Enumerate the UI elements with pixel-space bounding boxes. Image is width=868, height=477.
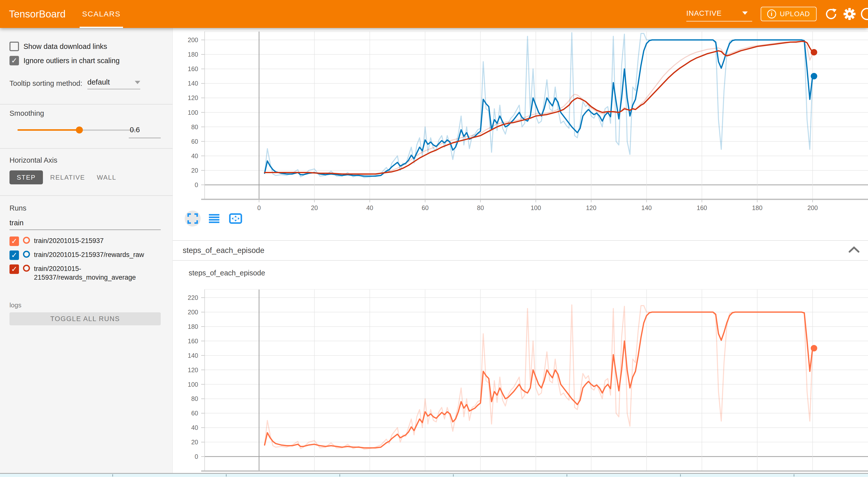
status-dropdown-underline xyxy=(686,21,752,22)
run-row-rewards-raw[interactable]: ✓ train/20201015-215937/rewards_raw xyxy=(9,251,144,260)
horizontal-axis-label: Horizontal Axis xyxy=(9,156,57,164)
svg-text:180: 180 xyxy=(752,204,763,211)
svg-text:180: 180 xyxy=(188,51,198,58)
help-icon[interactable] xyxy=(860,7,868,21)
smoothing-slider-thumb[interactable] xyxy=(76,126,83,133)
smoothing-value-underline xyxy=(129,138,161,138)
upload-button-label: UPLOAD xyxy=(780,10,810,18)
app-header: TensorBoard SCALARS INACTIVE i UPLOAD xyxy=(0,0,868,28)
run-radio-train[interactable] xyxy=(23,237,30,244)
strip-tick xyxy=(339,474,340,477)
checkmark-icon: ✓ xyxy=(9,56,19,65)
status-dropdown[interactable]: INACTIVE xyxy=(686,6,752,22)
svg-text:140: 140 xyxy=(188,80,198,87)
svg-text:20: 20 xyxy=(191,167,198,174)
settings-sidebar: Show data download links ✓ Ignore outlie… xyxy=(0,28,173,473)
svg-text:80: 80 xyxy=(477,204,484,211)
smoothing-label: Smoothing xyxy=(9,109,44,118)
upload-button[interactable]: i UPLOAD xyxy=(761,7,816,21)
svg-text:140: 140 xyxy=(641,204,652,211)
runs-heading: Runs xyxy=(9,204,27,212)
strip-tick xyxy=(226,474,227,477)
svg-text:200: 200 xyxy=(188,309,198,316)
rewards-chart[interactable]: 0204060801001201401601802000204060801001… xyxy=(173,28,868,214)
run-label-train: train/20201015-215937 xyxy=(34,236,103,245)
svg-text:60: 60 xyxy=(191,410,198,417)
runs-footer-label: logs xyxy=(9,301,22,309)
tab-scalars[interactable]: SCALARS xyxy=(80,0,123,28)
svg-text:120: 120 xyxy=(188,367,198,374)
divider xyxy=(0,104,173,104)
run-selector-icon[interactable] xyxy=(206,211,222,226)
ignore-outliers-checkbox[interactable]: ✓ xyxy=(9,56,19,65)
strip-tick xyxy=(453,474,454,477)
gear-icon[interactable] xyxy=(842,7,857,21)
svg-text:160: 160 xyxy=(188,65,198,72)
svg-text:40: 40 xyxy=(191,152,198,159)
svg-text:40: 40 xyxy=(366,204,373,211)
run-label-rewards-raw: train/20201015-215937/rewards_raw xyxy=(34,251,144,259)
ignore-outliers-label: Ignore outliers in chart scaling xyxy=(24,57,120,65)
svg-text:0: 0 xyxy=(257,204,261,211)
steps-chart[interactable]: 020406080100120140160180200220 xyxy=(173,281,868,473)
tooltip-sort-dropdown[interactable]: default xyxy=(87,78,140,86)
app-title: TensorBoard xyxy=(9,0,66,28)
axis-button-relative[interactable]: RELATIVE xyxy=(49,170,86,184)
run-row-train[interactable]: ✓ train/20201015-215937 xyxy=(9,236,103,246)
svg-text:0: 0 xyxy=(195,453,198,460)
strip-tick xyxy=(794,474,795,477)
run-radio-rewards-raw[interactable] xyxy=(23,251,30,258)
svg-text:220: 220 xyxy=(188,294,198,301)
svg-text:160: 160 xyxy=(697,204,707,211)
divider xyxy=(0,148,173,149)
checkmark-icon: ✓ xyxy=(9,236,19,246)
show-download-links-row[interactable]: Show data download links xyxy=(9,42,107,51)
run-radio-rewards-moving-average[interactable] xyxy=(23,265,30,272)
checkmark-icon: ✓ xyxy=(9,264,19,274)
svg-text:100: 100 xyxy=(531,204,541,211)
axis-button-step[interactable]: STEP xyxy=(9,170,43,184)
svg-text:100: 100 xyxy=(188,381,198,388)
checkmark-icon: ✓ xyxy=(9,251,19,260)
smoothing-slider-fill xyxy=(18,129,80,131)
axis-button-wall[interactable]: WALL xyxy=(93,170,120,184)
refresh-icon[interactable] xyxy=(824,7,838,21)
run-label-rewards-moving-average: train/20201015-215937/rewards_moving_ave… xyxy=(34,264,161,282)
run-checkbox-train[interactable]: ✓ xyxy=(9,236,19,246)
chevron-up-icon[interactable] xyxy=(848,246,860,254)
svg-text:140: 140 xyxy=(188,352,198,359)
run-checkbox-rewards-raw[interactable]: ✓ xyxy=(9,251,19,260)
tensorboard-app: TensorBoard SCALARS INACTIVE i UPLOAD xyxy=(0,0,868,477)
section-title: steps_of_each_episode xyxy=(183,241,264,260)
svg-text:200: 200 xyxy=(807,204,818,211)
svg-text:80: 80 xyxy=(191,124,198,130)
bottom-scroll-strip[interactable] xyxy=(0,473,868,477)
svg-text:20: 20 xyxy=(191,439,198,446)
tab-scalars-label: SCALARS xyxy=(82,10,121,18)
run-row-rewards-moving-average[interactable]: ✓ train/20201015-215937/rewards_moving_a… xyxy=(9,264,161,282)
tab-active-underline xyxy=(80,27,123,28)
section-header-steps-of-each-episode[interactable]: steps_of_each_episode xyxy=(173,240,868,261)
tooltip-sort-label: Tooltip sorting method: xyxy=(9,80,82,88)
show-download-links-label: Show data download links xyxy=(24,42,107,51)
fit-domain-icon[interactable] xyxy=(227,211,244,226)
expand-icon[interactable] xyxy=(185,211,200,226)
chart-card-title: steps_of_each_episode xyxy=(189,269,265,277)
show-download-links-checkbox[interactable] xyxy=(9,42,19,51)
svg-text:200: 200 xyxy=(188,36,198,43)
svg-text:100: 100 xyxy=(188,109,198,116)
strip-tick xyxy=(680,474,681,477)
svg-text:160: 160 xyxy=(188,338,198,345)
svg-text:60: 60 xyxy=(191,138,198,145)
svg-text:0: 0 xyxy=(195,181,198,188)
strip-tick xyxy=(566,474,567,477)
run-checkbox-rewards-moving-average[interactable]: ✓ xyxy=(9,264,19,274)
svg-text:180: 180 xyxy=(188,323,198,330)
toggle-all-runs-button[interactable]: TOGGLE ALL RUNS xyxy=(9,312,161,325)
runs-filter-input[interactable] xyxy=(9,219,161,230)
divider xyxy=(0,195,173,196)
chevron-down-icon xyxy=(742,11,748,15)
smoothing-value[interactable]: 0.6 xyxy=(130,126,140,134)
tooltip-sort-underline xyxy=(87,89,140,89)
ignore-outliers-row[interactable]: ✓ Ignore outliers in chart scaling xyxy=(9,56,120,65)
